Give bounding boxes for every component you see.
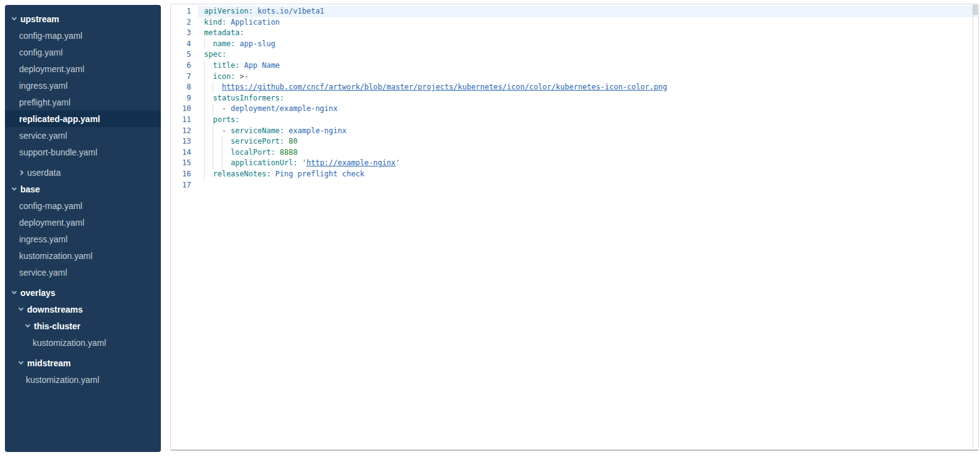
code-line[interactable]: 10 - deployment/example-nginx xyxy=(171,104,978,115)
folder-userdata[interactable]: userdata xyxy=(5,164,161,181)
code-token-val: App Name xyxy=(244,61,280,70)
file-kustomization-yaml[interactable]: kustomization.yaml xyxy=(5,334,161,351)
code-line[interactable]: 4 name: app-slug xyxy=(171,39,978,50)
indent-guide xyxy=(204,126,205,137)
url-link[interactable]: https://github.com/cncf/artwork/blob/mas… xyxy=(222,83,667,91)
folder-base[interactable]: base xyxy=(5,181,161,197)
file-support-bundle-yaml[interactable]: support-bundle.yaml xyxy=(5,144,161,160)
code-line[interactable]: 7 icon: >- xyxy=(171,72,978,83)
code-token-key: applicationUrl: xyxy=(231,158,297,167)
code-line-content: servicePort: 80 xyxy=(198,136,978,147)
code-lines: 1apiVersion: kots.io/v1beta12kind: Appli… xyxy=(171,6,978,191)
file-service-yaml[interactable]: service.yaml xyxy=(5,264,161,281)
file-config-yaml[interactable]: config.yaml xyxy=(5,44,161,60)
file-config-map-yaml[interactable]: config-map.yaml xyxy=(5,27,161,44)
code-line-content: apiVersion: kots.io/v1beta1 xyxy=(198,6,978,17)
code-token-key: name: xyxy=(213,39,235,48)
folder-upstream[interactable]: upstream xyxy=(5,10,161,27)
code-line[interactable]: 16 releaseNotes: Ping preflight check xyxy=(171,169,978,180)
folder-midstream[interactable]: midstream xyxy=(5,355,161,371)
code-line[interactable]: 3metadata: xyxy=(171,28,978,39)
line-number: 3 xyxy=(171,28,198,39)
indent-guide xyxy=(204,104,205,115)
code-line[interactable]: 6 title: App Name xyxy=(171,60,978,72)
code-token-plain xyxy=(240,61,244,70)
chevron-down-icon[interactable] xyxy=(12,15,17,20)
line-number: 12 xyxy=(171,126,198,137)
tree-item-label: midstream xyxy=(27,358,71,368)
tree-item-label: config-map.yaml xyxy=(19,31,83,41)
tree-item-label: kustomization.yaml xyxy=(33,338,106,348)
code-line[interactable]: 14 localPort: 8888 xyxy=(171,147,978,158)
folder-downstreams[interactable]: downstreams xyxy=(5,301,161,318)
code-line[interactable]: 8 https://github.com/cncf/artwork/blob/m… xyxy=(171,82,978,93)
code-line[interactable]: 15 applicationUrl: 'http://example-nginx… xyxy=(171,158,978,169)
indent-guide xyxy=(204,136,205,147)
chevron-down-icon[interactable] xyxy=(12,289,17,294)
folder-overlays[interactable]: overlays xyxy=(5,284,161,301)
indent-guide xyxy=(204,39,205,50)
code-line[interactable]: 13 servicePort: 80 xyxy=(171,136,978,147)
code-line[interactable]: 5spec: xyxy=(171,49,978,60)
file-ingress-yaml[interactable]: ingress.yaml xyxy=(5,231,161,247)
code-token-key: localPort: xyxy=(231,148,275,157)
code-token-val: kots.io/v1beta1 xyxy=(258,7,324,15)
line-number: 8 xyxy=(171,82,198,93)
tree-item-label: base xyxy=(20,184,40,194)
tree-item-label: upstream xyxy=(20,14,59,24)
code-line[interactable]: 11 ports: xyxy=(171,115,978,126)
line-number: 7 xyxy=(171,72,198,83)
code-line[interactable]: 2kind: Application xyxy=(171,17,978,28)
code-line-content: name: app-slug xyxy=(198,39,978,50)
scrollbar-thumb[interactable] xyxy=(973,5,978,15)
code-token-meta: - xyxy=(222,104,231,113)
code-line[interactable]: 1apiVersion: kots.io/v1beta1 xyxy=(171,6,978,17)
chevron-down-icon[interactable] xyxy=(25,322,30,327)
tree-item-label: deployment.yaml xyxy=(19,64,84,74)
file-kustomization-yaml[interactable]: kustomization.yaml xyxy=(5,371,161,388)
line-number: 14 xyxy=(171,147,198,158)
code-token-plain xyxy=(235,39,240,48)
file-preflight-yaml[interactable]: preflight.yaml xyxy=(5,94,161,110)
code-line[interactable]: 9 statusInformers: xyxy=(171,93,978,104)
code-line-content: spec: xyxy=(198,49,978,60)
file-deployment-yaml[interactable]: deployment.yaml xyxy=(5,214,161,231)
line-number: 10 xyxy=(171,104,198,115)
line-number: 17 xyxy=(171,180,198,191)
chevron-down-icon[interactable] xyxy=(18,359,23,364)
file-deployment-yaml[interactable]: deployment.yaml xyxy=(5,60,161,77)
tree-item-label: preflight.yaml xyxy=(19,97,70,107)
indent-guide xyxy=(213,104,213,115)
line-number: 6 xyxy=(171,60,198,72)
line-number: 15 xyxy=(171,158,198,169)
code-line-content: localPort: 8888 xyxy=(198,147,978,158)
code-line[interactable]: 17 xyxy=(171,180,978,191)
file-ingress-yaml[interactable]: ingress.yaml xyxy=(5,77,161,94)
tree-item-label: config.yaml xyxy=(19,47,63,57)
folder-this-cluster[interactable]: this-cluster xyxy=(5,318,161,334)
file-config-map-yaml[interactable]: config-map.yaml xyxy=(5,197,161,214)
chevron-down-icon[interactable] xyxy=(12,185,17,190)
code-token-plain xyxy=(271,170,275,178)
file-replicated-app-yaml[interactable]: replicated-app.yaml xyxy=(5,110,161,127)
code-token-key: releaseNotes: xyxy=(213,170,271,178)
file-kustomization-yaml[interactable]: kustomization.yaml xyxy=(5,247,161,264)
indent-guide xyxy=(204,60,205,72)
tree-item-label: ingress.yaml xyxy=(19,234,68,244)
yaml-editor[interactable]: 1apiVersion: kots.io/v1beta12kind: Appli… xyxy=(170,4,979,451)
tree-item-label: downstreams xyxy=(27,305,83,314)
line-number: 13 xyxy=(171,136,198,147)
indent-guide xyxy=(204,158,205,169)
code-line[interactable]: 12 - serviceName: example-nginx xyxy=(171,126,978,137)
chevron-right-icon[interactable] xyxy=(18,170,23,175)
code-token-plain xyxy=(298,158,302,167)
code-token-plain xyxy=(276,148,280,157)
chevron-down-icon[interactable] xyxy=(18,305,23,310)
indent-guide xyxy=(222,136,223,147)
file-service-yaml[interactable]: service.yaml xyxy=(5,127,161,144)
line-number: 2 xyxy=(171,17,198,28)
indent-guide xyxy=(204,82,205,93)
url-link[interactable]: http://example-nginx xyxy=(306,158,396,167)
code-token-plain xyxy=(253,7,257,15)
code-token-key: kind: xyxy=(204,18,226,27)
